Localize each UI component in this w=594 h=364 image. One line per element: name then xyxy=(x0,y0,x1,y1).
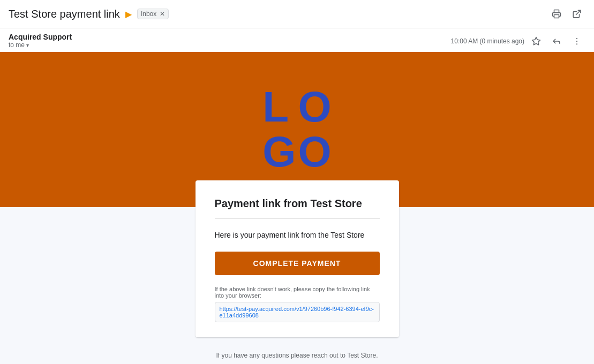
svg-point-5 xyxy=(576,43,577,44)
logo-letter-g: G xyxy=(262,131,296,173)
email-footer: If you have any questions please reach o… xyxy=(0,337,594,364)
star-button[interactable] xyxy=(528,33,545,50)
sender-row: Acquired Support to me ▾ 10:00 AM (0 min… xyxy=(0,28,594,52)
svg-point-3 xyxy=(576,38,577,39)
fallback-text: If the above link doesn't work, please c… xyxy=(215,286,380,299)
logo-letter-l: L xyxy=(262,86,296,128)
header-actions xyxy=(548,5,585,22)
card-body-text: Here is your payment link from the Test … xyxy=(215,230,380,241)
svg-line-1 xyxy=(576,10,581,14)
more-icon xyxy=(572,36,582,46)
sender-to[interactable]: to me ▾ xyxy=(9,41,72,49)
print-button[interactable] xyxy=(548,5,565,22)
to-dropdown-arrow: ▾ xyxy=(26,42,29,48)
email-title-area: Test Store payment link ▶ Inbox ✕ xyxy=(9,8,169,20)
sender-info: Acquired Support to me ▾ xyxy=(9,33,72,49)
sender-right: 10:00 AM (0 minutes ago) xyxy=(451,33,585,50)
logo-block: L O G O xyxy=(262,86,331,173)
to-label: to me xyxy=(9,41,25,49)
email-body: L O G O Payment link from Test Store Her… xyxy=(0,52,594,364)
reply-button[interactable] xyxy=(548,33,565,50)
email-subject: Test Store payment link xyxy=(9,8,120,20)
payment-card: Payment link from Test Store Here is you… xyxy=(196,180,399,337)
forward-icon: ▶ xyxy=(125,9,132,19)
card-title: Payment link from Test Store xyxy=(215,198,380,219)
email-header-bar: Test Store payment link ▶ Inbox ✕ xyxy=(0,0,594,28)
inbox-badge[interactable]: Inbox ✕ xyxy=(137,9,169,19)
inbox-close-button[interactable]: ✕ xyxy=(160,10,165,18)
email-timestamp: 10:00 AM (0 minutes ago) xyxy=(451,37,524,45)
sender-name: Acquired Support xyxy=(9,33,72,41)
star-icon xyxy=(531,36,541,46)
fallback-link: https://test-pay.acquired.com/v1/97260b9… xyxy=(215,302,380,322)
open-new-window-button[interactable] xyxy=(568,5,585,22)
reply-icon xyxy=(552,36,561,46)
more-button[interactable] xyxy=(568,33,585,50)
footer-line2: Quote reference: 823_9663c4e8-694d-305a-… xyxy=(9,362,585,364)
complete-payment-button[interactable]: COMPLETE PAYMENT xyxy=(215,252,380,275)
svg-point-4 xyxy=(576,41,577,42)
svg-rect-0 xyxy=(554,15,559,18)
logo-letter-o1: O xyxy=(298,86,332,128)
inbox-label: Inbox xyxy=(141,10,156,18)
open-new-window-icon xyxy=(572,9,582,19)
svg-marker-2 xyxy=(532,37,540,45)
footer-line1: If you have any questions please reach o… xyxy=(9,350,585,362)
logo-letter-o2: O xyxy=(298,131,332,173)
print-icon xyxy=(552,9,561,19)
